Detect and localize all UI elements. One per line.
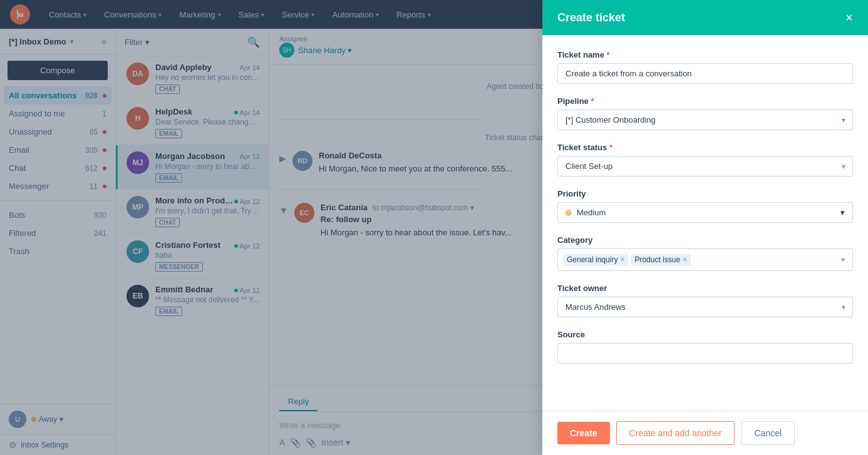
category-tag-product: Product issue × (631, 254, 691, 265)
modal-footer: Create Create and add another Cancel (542, 411, 868, 455)
priority-group: Priority Medium ▾ (557, 189, 853, 223)
category-tag-general: General inquiry × (563, 254, 628, 265)
ticket-status-required: * (609, 143, 612, 152)
ticket-owner-label: Ticket owner (557, 284, 853, 293)
ticket-status-group: Ticket status * Client Set-up ▾ (557, 143, 853, 176)
create-ticket-panel: Create ticket × Ticket name * Pipeline * (542, 0, 868, 455)
category-remove-product[interactable]: × (683, 256, 687, 263)
ticket-name-required: * (607, 50, 610, 59)
pipeline-label: Pipeline * (557, 96, 853, 106)
priority-chevron-icon: ▾ (840, 208, 845, 217)
cancel-button[interactable]: Cancel (741, 421, 795, 445)
priority-label: Priority (557, 189, 853, 198)
category-label: Category (557, 235, 853, 245)
ticket-status-select-wrapper: Client Set-up ▾ (557, 156, 853, 176)
ticket-owner-select[interactable]: Marcus Andrews (557, 297, 853, 317)
ticket-status-select[interactable]: Client Set-up (557, 156, 853, 176)
category-select[interactable]: General inquiry × Product issue × ▾ (557, 248, 853, 271)
ticket-status-label: Ticket status * (557, 143, 853, 152)
priority-dot-icon (566, 210, 572, 216)
source-label: Source (557, 330, 853, 339)
modal-overlay: Create ticket × Ticket name * Pipeline * (0, 0, 868, 455)
modal-header: Create ticket × (542, 0, 868, 35)
ticket-owner-select-wrapper: Marcus Andrews ▾ (557, 297, 853, 317)
modal-close-button[interactable]: × (845, 11, 853, 24)
ticket-name-group: Ticket name * (557, 50, 853, 84)
source-input[interactable] (557, 343, 853, 364)
category-group: Category General inquiry × Product issue… (557, 235, 853, 271)
create-button[interactable]: Create (557, 422, 610, 444)
ticket-name-label: Ticket name * (557, 50, 853, 59)
create-and-add-another-button[interactable]: Create and add another (616, 421, 735, 445)
modal-body: Ticket name * Pipeline * [*] Customer On… (542, 35, 868, 411)
pipeline-select[interactable]: [*] Customer Onboarding (557, 110, 853, 130)
pipeline-select-wrapper: [*] Customer Onboarding ▾ (557, 110, 853, 130)
source-group: Source (557, 330, 853, 364)
modal-title: Create ticket (557, 11, 625, 24)
ticket-name-input[interactable] (557, 63, 853, 84)
pipeline-group: Pipeline * [*] Customer Onboarding ▾ (557, 96, 853, 130)
category-chevron-icon: ▾ (841, 255, 845, 264)
category-remove-general[interactable]: × (620, 256, 624, 263)
pipeline-required: * (591, 96, 594, 106)
priority-select[interactable]: Medium ▾ (557, 202, 853, 223)
ticket-owner-group: Ticket owner Marcus Andrews ▾ (557, 284, 853, 317)
